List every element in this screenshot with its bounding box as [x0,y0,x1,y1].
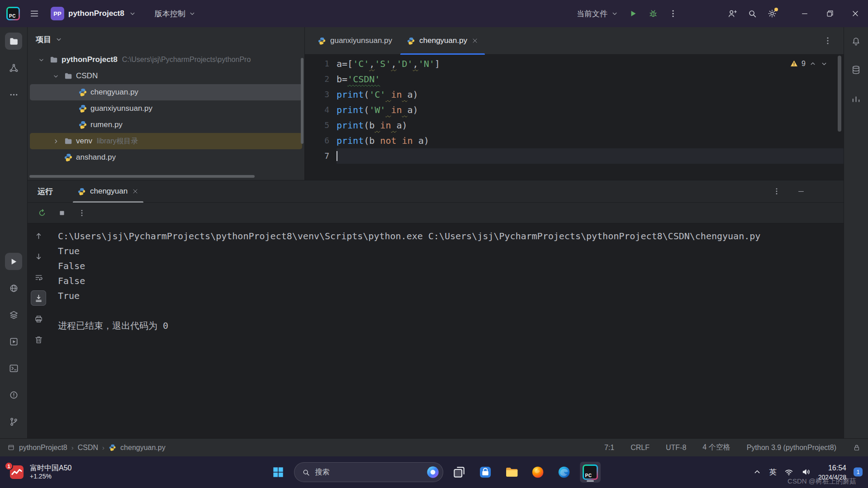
next-problem-chevron-down-icon[interactable] [820,60,828,68]
close-icon[interactable] [471,37,479,44]
chevron-down-icon[interactable] [51,71,61,81]
warning-count: 9 [802,60,806,68]
run-button[interactable] [5,253,22,270]
tree-item-detail: C:\Users\jsj\PycharmProjects\pythonPro [122,56,251,64]
main-menu-hamburger-icon[interactable] [26,5,43,22]
terminal-button[interactable] [5,360,22,377]
clock[interactable]: 16:54 2024/4/28 [818,464,846,481]
tree-item-venv[interactable]: venvlibrary根目录 [30,133,302,149]
stop-button[interactable] [55,206,69,220]
breadcrumb-folder[interactable]: CSDN [78,444,98,452]
console-line: True [58,244,839,259]
vcs-widget[interactable]: 版本控制 [155,9,196,19]
project-tree-vertical-scrollbar[interactable] [301,58,304,144]
project-panel-header[interactable]: 项目 [28,27,304,52]
tree-item-anshand.py[interactable]: anshand.py [30,149,302,166]
pycharm-window: PC PP pythonProject8 版本控制 当前文件 [0,0,868,488]
store-taskbar-icon[interactable] [475,462,496,483]
indent-setting[interactable]: 4 个空格 [702,443,730,452]
pycharm-taskbar-icon[interactable]: PC [580,462,601,483]
run-toolbar [28,203,844,223]
line-number: 7 [305,148,337,164]
run-button[interactable] [625,5,641,22]
close-icon[interactable] [132,188,139,195]
project-window-icon [7,444,15,451]
inspection-widget[interactable]: 9 [790,59,828,68]
task-view-taskbar-icon[interactable] [449,462,470,483]
code-with-me-button[interactable] [724,5,740,22]
python-console-button[interactable] [5,280,22,297]
file-encoding[interactable]: UTF-8 [666,444,686,452]
chevron-right-icon[interactable] [51,137,61,146]
down-the-stack-trace-button[interactable] [31,249,46,264]
chevron-down-icon[interactable] [36,55,46,64]
debug-button[interactable] [645,5,661,22]
problems-button[interactable] [5,386,22,403]
wifi-icon[interactable] [784,467,794,477]
python-packages-button[interactable] [5,306,22,323]
editor-tab-chengyuan.py[interactable]: chengyuan.py [399,27,486,54]
tree-item-rumen.py[interactable]: rumen.py [30,117,302,133]
project-switcher[interactable]: PP pythonProject8 [51,7,137,20]
python-icon [77,187,86,196]
settings-button[interactable] [764,5,780,22]
hide-panel-button[interactable] [794,184,808,199]
ime-indicator[interactable]: 英 [769,467,777,477]
lock-icon[interactable] [853,444,861,452]
titlebar-run-group [625,5,681,22]
volume-icon[interactable] [801,467,811,477]
project-button[interactable] [5,33,22,50]
minimize-button[interactable] [792,0,817,27]
editor-body[interactable]: 1234567 a=['C','S','D','N']b='CSDN'print… [305,55,844,180]
clear-all-button[interactable] [31,332,46,347]
notification-count-badge[interactable]: 1 [854,468,863,477]
more-options-button[interactable] [769,184,784,199]
edge-taskbar-icon[interactable] [554,462,574,483]
up-the-stack-trace-button[interactable] [31,228,46,243]
editor-tab-guanxiyunsuan.py[interactable]: guanxiyunsuan.py [310,27,399,54]
taskbar-search[interactable]: 搜索 [294,462,443,482]
soft-wrap-button[interactable] [31,270,46,285]
tree-item-guanxiyunsuan.py[interactable]: guanxiyunsuan.py [30,100,302,117]
widget-change: +1.25% [30,473,71,481]
file-explorer-taskbar-icon[interactable] [501,462,522,483]
firefox-taskbar-icon[interactable] [527,462,548,483]
start-button[interactable] [268,462,289,483]
widgets-button[interactable]: 1 富时中国A50 +1.25% [3,459,77,485]
services-button[interactable] [5,333,22,350]
notifications-button[interactable] [848,33,865,50]
run-tool-window: 运行 chengyuan C:\Users\jsj\PycharmProject… [28,180,844,438]
scroll-to-end-button[interactable] [31,290,46,306]
tree-item-chengyuan.py[interactable]: chengyuan.py [30,84,302,100]
profiler-button[interactable] [848,90,865,107]
close-button[interactable] [843,0,868,27]
breadcrumb: pythonProject8 › CSDN › chengyuan.py [7,444,166,452]
structure-button[interactable] [5,59,22,76]
run-configuration-selector[interactable]: 当前文件 [577,9,619,19]
editor-scrollbar[interactable] [838,56,841,132]
run-tab-chengyuan[interactable]: chengyuan [71,180,145,202]
more-actions-button[interactable] [665,5,681,22]
tree-item-pythonProject8[interactable]: pythonProject8C:\Users\jsj\PycharmProjec… [30,52,302,68]
console-output[interactable]: C:\Users\jsj\PycharmProjects\pythonProje… [49,223,844,438]
previous-problem-chevron-up-icon[interactable] [809,60,817,68]
breadcrumb-project[interactable]: pythonProject8 [19,444,67,452]
python-interpreter[interactable]: Python 3.9 (pythonProject8) [747,444,836,452]
breadcrumb-file[interactable]: chengyuan.py [120,444,166,452]
line-separator[interactable]: CRLF [631,444,650,452]
rerun-button[interactable] [35,206,49,220]
tab-options-ellipsis-icon[interactable] [823,36,833,46]
caret-position[interactable]: 7:1 [604,444,614,452]
project-tree-horizontal-scrollbar[interactable] [29,175,255,178]
print-button[interactable] [31,311,46,327]
version-control-button[interactable] [5,413,22,430]
more-button[interactable] [75,206,89,220]
database-button[interactable] [848,61,865,78]
code-lines[interactable]: a=['C','S','D','N']b='CSDN'print('C' in … [337,55,844,180]
search-everywhere-button[interactable] [744,5,760,22]
tree-item-CSDN[interactable]: CSDN [30,68,302,84]
restore-button[interactable] [817,0,843,27]
tray-chevron-up-icon[interactable] [752,467,762,477]
more-tool-windows-button[interactable] [5,86,22,103]
tree-item-label: chengyuan.py [90,88,138,97]
